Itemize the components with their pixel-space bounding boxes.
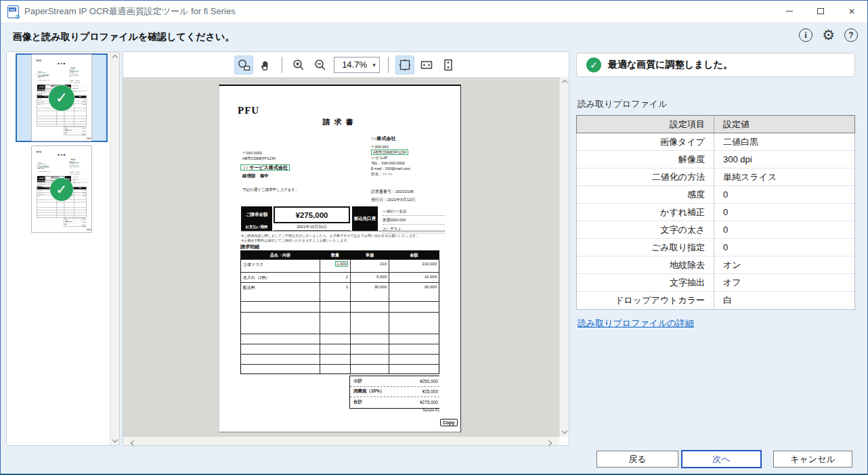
minimize-icon — [786, 11, 793, 12]
status-message: 最適な画質に調整しました。 — [608, 59, 733, 71]
profile-row: 感度0 — [577, 186, 854, 204]
invoice-row-empty — [241, 313, 439, 334]
marquee-zoom-tool-button[interactable] — [234, 55, 253, 74]
close-icon: ✕ — [848, 7, 855, 16]
invoice-row-empty — [241, 334, 439, 344]
info-icon[interactable]: i — [799, 28, 812, 42]
invoice-row-empty — [241, 302, 439, 313]
maximize-icon — [817, 8, 824, 14]
pan-hand-tool-button[interactable] — [256, 55, 275, 74]
invoice-row: 名入れ（2色） 2 5,000 10,000 — [241, 273, 439, 283]
close-button[interactable]: ✕ — [836, 1, 867, 22]
ocr-zone-highlight: AB市CDE町FF1234 — [371, 150, 408, 155]
preview-horizontal-scrollbar[interactable] — [123, 436, 559, 445]
settings-gear-icon[interactable]: ⚙ — [822, 28, 835, 42]
instruction-text: 画像と読み取りプロファイルを確認してください。 — [13, 31, 234, 43]
app-icon-ocr-label: ocr — [9, 7, 16, 12]
page-2-success-check-icon: ✓ — [50, 178, 73, 201]
window-title: PaperStream IP OCR最適画質設定ツール for fi Serie… — [24, 5, 236, 18]
invoice-details-table: 品名・内容 数量 単価 金額 立体マスク 1,000 210 210,000 名… — [240, 250, 439, 374]
profile-row: 文字抽出オフ — [577, 274, 854, 292]
invoice-row: 配送料 1 30,000 30,000 — [241, 283, 439, 302]
zoom-level-combobox[interactable]: 14.7% ▾ — [334, 57, 380, 73]
invoice-row-empty — [241, 365, 439, 374]
zoom-level-value: 14.7% — [334, 60, 369, 70]
page-header: 画像と読み取りプロファイルを確認してください。 i ⚙ ? — [1, 22, 867, 51]
scroll-down-icon[interactable] — [113, 438, 117, 442]
app-icon-gear: ⚙ — [15, 14, 21, 20]
thumbnail-page-1[interactable]: PFU 請求書 ○○株式会社 〒000-000 AB市CDE町FF1234 ○○… — [16, 53, 108, 142]
profile-table-header: 設定項目 設定値 — [576, 115, 855, 133]
success-check-icon: ✓ — [586, 58, 601, 72]
profile-table: 設定項目 設定値 画像タイプ二値白黒 解像度300 dpi 二値化の方法単純スラ… — [576, 115, 855, 310]
invoice-fine-print: ※ご請求内容に関しましてご不明な点がございましたら、お手数ですが下記までお問い合… — [241, 233, 419, 242]
profile-row: 画像タイプ二値白黒 — [577, 133, 854, 151]
maximize-button[interactable] — [805, 1, 836, 22]
thumbnail-page-2[interactable]: PFU 請求書 ○○株式会社 〒000-000 AB市CDE町FF1234 ○○… — [16, 145, 108, 233]
thumbnail-scrollbar[interactable] — [110, 52, 119, 445]
app-icon: ocr ⚙ — [7, 5, 19, 18]
divider — [241, 231, 445, 231]
cancel-button[interactable]: キャンセル — [773, 451, 852, 468]
invoice-row-empty — [241, 355, 439, 365]
profile-row: ごみ取り指定0 — [577, 239, 854, 256]
document-page: PFU 請求書 ○○株式会社 〒000-000 AB市CDE町FF1234 ○○… — [219, 85, 461, 432]
thumbnail-panel: PFU 請求書 ○○株式会社 〒000-000 AB市CDE町FF1234 ○○… — [6, 51, 120, 446]
preview-toolbar: 14.7% ▾ — [123, 52, 569, 77]
profile-row: 文字の太さ0 — [577, 221, 854, 239]
profile-row: 地紋除去オン — [577, 256, 854, 274]
profile-details-link[interactable]: 読み取りプロファイルの詳細 — [578, 317, 694, 330]
profile-row: かすれ補正0 — [577, 204, 854, 221]
invoice-meta-block: 請求書番号：20210108 発行日：2021年9月12日 — [371, 188, 415, 204]
ocr-zone-highlight: 1,000 — [335, 261, 348, 267]
invoice-totals: 小計¥250,000 消費税（10%）¥25,000 合計¥275,000 — [349, 376, 439, 409]
ocr-zone-highlight: ○○ サービス株式会社 — [240, 164, 290, 171]
invoice-issuer-block: ○○株式会社 〒000-000 AB市CDE町FF1234 ○○ビル2F TEL… — [371, 136, 410, 177]
preview-vertical-scrollbar[interactable] — [559, 77, 569, 436]
invoice-bank-label: 振込先口座 — [352, 206, 378, 231]
invoice-row: 立体マスク 1,000 210 210,000 — [241, 260, 439, 273]
next-button[interactable]: 次へ — [681, 450, 762, 468]
profile-row: ドロップアウトカラー白 — [577, 292, 854, 309]
invoice-amount-label: ご請求金額 — [241, 206, 272, 223]
scroll-up-icon[interactable] — [563, 81, 567, 85]
zoom-out-button[interactable] — [311, 55, 330, 74]
scroll-up-icon[interactable] — [113, 55, 117, 60]
zoom-in-button[interactable] — [289, 55, 308, 74]
invoice-details-label: 請求明細 — [240, 244, 259, 250]
invoice-logo: PFU — [238, 105, 259, 116]
invoice-title: 請求書 — [219, 117, 460, 127]
invoice-amount-value: ¥275,000 — [274, 206, 350, 223]
title-bar: ocr ⚙ PaperStream IP OCR最適画質設定ツール for fi… — [1, 1, 867, 22]
fit-height-button[interactable] — [439, 55, 458, 74]
invoice-copy-stamp: Copy — [440, 419, 458, 426]
back-button[interactable]: 戻る — [596, 451, 678, 468]
minimize-button[interactable] — [774, 1, 805, 22]
profile-row: 二値化の方法単純スライス — [577, 168, 854, 186]
invoice-due-date: 2021年10月31日 — [274, 223, 350, 231]
invoice-sample-mark: Sample-K1 — [349, 408, 439, 412]
fit-page-button[interactable] — [395, 55, 414, 74]
invoice-recipient-block: 〒000-0000 AB市CDE町FF1234 ○○ サービス株式会社 経理部 … — [242, 150, 299, 192]
help-icon[interactable]: ? — [844, 28, 858, 42]
scroll-down-icon[interactable] — [563, 429, 567, 433]
preview-panel: 14.7% ▾ PFU 請求書 ○○株式会社 〒000-000 — [123, 51, 569, 446]
invoice-bank-lines: ○○銀行○○支店 普通0000-000 カ）テスト — [383, 207, 445, 233]
toolbar-separator — [282, 57, 282, 73]
result-panel: ✓ 最適な画質に調整しました。 読み取りプロファイル 設定項目 設定値 画像タイ… — [576, 53, 855, 330]
app-window: ocr ⚙ PaperStream IP OCR最適画質設定ツール for fi… — [0, 0, 868, 475]
profile-section-label: 読み取りプロファイル — [578, 98, 855, 110]
invoice-due-label: お支払い期限 — [241, 223, 272, 231]
window-controls: ✕ — [774, 1, 867, 22]
profile-row: 解像度300 dpi — [577, 151, 854, 168]
chevron-down-icon: ▾ — [369, 62, 379, 68]
invoice-row-empty — [241, 344, 439, 355]
page-1-success-check-icon: ✓ — [49, 85, 74, 111]
fit-width-button[interactable] — [417, 55, 436, 74]
status-message-box: ✓ 最適な画質に調整しました。 — [576, 53, 855, 77]
document-viewport[interactable]: PFU 請求書 ○○株式会社 〒000-000 AB市CDE町FF1234 ○○… — [123, 77, 560, 438]
toolbar-separator — [388, 57, 389, 73]
